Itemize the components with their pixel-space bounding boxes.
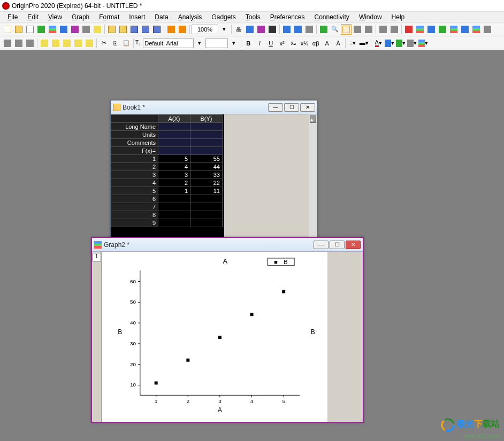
workbook-minimize-button[interactable]: —: [268, 103, 283, 112]
greek-button[interactable]: αβ: [310, 38, 321, 49]
menu-connectivity[interactable]: Connectivity: [310, 12, 354, 22]
new-layout-button[interactable]: [81, 24, 91, 35]
worksheet-table[interactable]: A(X) B(Y) Long Name Units Comments F(x)=…: [111, 114, 223, 227]
menu-insert[interactable]: Insert: [125, 12, 149, 22]
pattern-button[interactable]: ▾: [407, 38, 417, 49]
new-function-button[interactable]: [70, 24, 80, 35]
chart6-button[interactable]: [471, 24, 482, 35]
new-project-button[interactable]: [2, 24, 13, 35]
menu-gadgets[interactable]: Gadgets: [207, 12, 240, 22]
paste-button[interactable]: 📋: [121, 38, 132, 49]
font-color-button[interactable]: A▾: [373, 38, 384, 49]
duplicate-button[interactable]: [267, 24, 278, 35]
menu-tools[interactable]: Tools: [241, 12, 265, 22]
menu-view[interactable]: View: [44, 12, 66, 22]
row-comments[interactable]: Comments: [111, 139, 158, 147]
increase-font-button[interactable]: A: [322, 38, 332, 49]
fill-color-button[interactable]: ▾: [395, 38, 406, 49]
font-select[interactable]: [143, 38, 194, 48]
code-builder-button[interactable]: [363, 24, 374, 35]
graph-titlebar[interactable]: Graph2 * — ☐ ✕: [92, 238, 363, 252]
graph-plot-area[interactable]: A ■ B 10 20 30 40 50 60: [102, 252, 327, 422]
workbook-close-button[interactable]: ✕: [300, 103, 315, 112]
new-workbook-button[interactable]: [25, 24, 35, 35]
underline-button[interactable]: U: [265, 38, 276, 49]
graph-button[interactable]: [62, 38, 72, 49]
subscript-button[interactable]: x₂: [288, 38, 299, 49]
menu-format[interactable]: Format: [95, 12, 124, 22]
new-matrix-button[interactable]: [58, 24, 69, 35]
workbook-maximize-button[interactable]: ☐: [284, 103, 299, 112]
recalc-button[interactable]: [293, 24, 303, 35]
save-project-button[interactable]: [151, 24, 162, 35]
save-template-button[interactable]: [140, 24, 151, 35]
font-dropdown[interactable]: ▾: [194, 38, 205, 49]
row-units[interactable]: Units: [111, 131, 158, 139]
worksheet-button[interactable]: [39, 38, 50, 49]
line-color-button[interactable]: ▾: [384, 38, 395, 49]
refresh-button[interactable]: [281, 24, 292, 35]
import-wizard-button[interactable]: [166, 24, 177, 35]
menu-analysis[interactable]: Analysis: [174, 12, 207, 22]
print-button[interactable]: 🖶: [233, 24, 244, 35]
chart2-button[interactable]: [426, 24, 437, 35]
menu-window[interactable]: Window: [355, 12, 386, 22]
command-window-button[interactable]: [25, 38, 35, 49]
chart3-button[interactable]: [437, 24, 448, 35]
digitizer-button[interactable]: [341, 24, 352, 35]
video-button[interactable]: [256, 24, 266, 35]
bold-button[interactable]: B: [243, 38, 254, 49]
project-explorer-button[interactable]: [2, 38, 13, 49]
layer-1-button[interactable]: 1: [93, 253, 101, 261]
copy-button[interactable]: ⎘: [110, 38, 120, 49]
line-style-button[interactable]: ▬▾: [358, 38, 369, 49]
connectivity-button[interactable]: [318, 24, 329, 35]
new-folder-button[interactable]: [13, 24, 24, 35]
corner-cell[interactable]: [111, 115, 158, 123]
menu-preferences[interactable]: Preferences: [266, 12, 309, 22]
chart5-button[interactable]: [460, 24, 470, 35]
menu-graph[interactable]: Graph: [67, 12, 94, 22]
zoom-input[interactable]: [192, 25, 218, 34]
supersubscript-button[interactable]: x½: [299, 38, 310, 49]
menu-data[interactable]: Data: [150, 12, 172, 22]
row-fx[interactable]: F(x)=: [111, 147, 158, 155]
italic-button[interactable]: I: [254, 38, 265, 49]
graph-close-button[interactable]: ✕: [346, 241, 361, 249]
save-button[interactable]: [129, 24, 140, 35]
menu-edit[interactable]: Edit: [23, 12, 43, 22]
font-size-select[interactable]: [205, 38, 228, 48]
cut-button[interactable]: ✂: [98, 38, 109, 49]
graph-maximize-button[interactable]: ☐: [330, 241, 345, 249]
decrease-font-button[interactable]: Ā: [333, 38, 343, 49]
graph-window[interactable]: Graph2 * — ☐ ✕ 1 A ■ B: [91, 237, 364, 423]
add-column-button[interactable]: [378, 24, 388, 35]
zoom-dropdown-button[interactable]: ▾: [219, 24, 230, 35]
new-excel-button[interactable]: [36, 24, 47, 35]
menu-file[interactable]: File: [3, 12, 22, 22]
batch-button[interactable]: [304, 24, 315, 35]
workbook-titlebar[interactable]: Book1 * — ☐ ✕: [111, 100, 317, 114]
find-button[interactable]: 🔍: [330, 24, 340, 35]
superscript-button[interactable]: x²: [277, 38, 287, 49]
align-button[interactable]: ≡▾: [347, 38, 358, 49]
layout-button[interactable]: [73, 38, 83, 49]
new-graph-button[interactable]: [47, 24, 58, 35]
palette-button[interactable]: ▾: [418, 38, 429, 49]
slide-button[interactable]: [245, 24, 255, 35]
graph-minimize-button[interactable]: —: [314, 241, 329, 249]
layers-button[interactable]: [389, 24, 400, 35]
new-notes-button[interactable]: [92, 24, 103, 35]
font-size-dropdown[interactable]: ▾: [228, 38, 239, 49]
open-template-button[interactable]: [118, 24, 128, 35]
open-button[interactable]: [106, 24, 117, 35]
row-longname[interactable]: Long Name: [111, 123, 158, 131]
column-header-b[interactable]: B(Y): [190, 115, 223, 123]
column-header-a[interactable]: A(X): [158, 115, 190, 123]
menu-help[interactable]: Help: [387, 12, 409, 22]
script-button[interactable]: [352, 24, 363, 35]
matrix-button[interactable]: [50, 38, 61, 49]
stats-button[interactable]: [403, 24, 414, 35]
favorite-button[interactable]: [84, 38, 95, 49]
import-button[interactable]: [177, 24, 188, 35]
